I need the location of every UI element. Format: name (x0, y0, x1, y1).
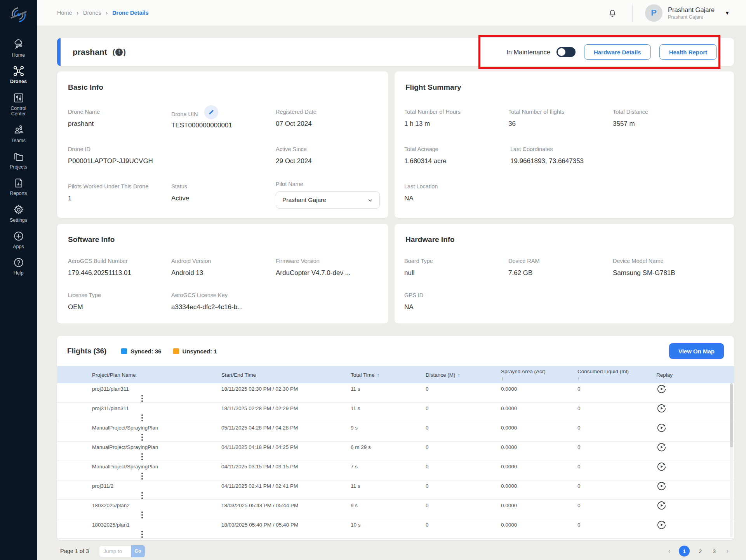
sidebar-item-home[interactable]: Home (0, 39, 37, 58)
header-actions: In Maintenance Hardware Details Health R… (506, 44, 717, 60)
table-row[interactable]: ManualProject/SprayingPlan 04/11/2025 03… (57, 461, 734, 480)
row-menu-button[interactable] (139, 434, 145, 441)
chevron-right-icon: › (77, 10, 78, 16)
replay-button[interactable] (656, 481, 667, 491)
sidebar-item-label: Home (12, 52, 25, 58)
sidebar-item-settings[interactable]: Settings (0, 204, 37, 223)
info-icon[interactable]: (!) (113, 48, 126, 57)
drone-header-card: prashant (!) In Maintenance Hardware Det… (57, 38, 734, 66)
topbar-divider (632, 4, 633, 22)
projects-icon (13, 151, 24, 162)
next-page-icon[interactable]: › (725, 547, 730, 555)
field-registered-date: Registered Date 07 Oct 2024 (276, 109, 316, 128)
sidebar-item-projects[interactable]: Projects (0, 151, 37, 170)
replay-button[interactable] (656, 403, 667, 414)
caret-down-icon[interactable]: ▼ (725, 10, 730, 16)
view-on-map-button[interactable]: View On Map (669, 343, 724, 359)
jump-to-input[interactable] (99, 545, 131, 557)
replay-button[interactable] (656, 384, 667, 394)
maintenance-label: In Maintenance (506, 49, 550, 56)
sidebar-item-label: Reports (10, 191, 27, 196)
sort-asc-icon[interactable]: ↑ (501, 376, 504, 381)
table-scrollbar[interactable] (730, 383, 733, 537)
sidebar-item-drones[interactable]: Drones (0, 65, 37, 84)
replay-button[interactable] (656, 442, 667, 452)
field-last-location: Last Location NA (404, 183, 438, 202)
sort-asc-icon[interactable]: ↑ (377, 372, 380, 378)
sidebar-nav: Home Drones Control Center (0, 39, 37, 276)
sidebar-item-apps[interactable]: Apps (0, 230, 37, 249)
avatar[interactable]: P (645, 4, 663, 22)
cell-project-plan-name: proj311/plan311 (92, 405, 221, 411)
field-gps-id: GPS ID NA (404, 292, 423, 311)
row-menu-button[interactable] (139, 492, 145, 499)
row-menu-button[interactable] (139, 511, 145, 518)
row-menu-button[interactable] (139, 414, 145, 421)
cell-distance: 0 (426, 444, 501, 450)
col-consumed-liquid[interactable]: Consumed Liquid (ml)↑ (577, 369, 656, 381)
replay-icon (656, 520, 667, 530)
prev-page-icon[interactable]: ‹ (667, 547, 672, 555)
replay-icon (656, 423, 667, 433)
cell-distance: 0 (426, 425, 501, 431)
cell-sprayed-area: 0.0000 (501, 425, 577, 431)
sidebar-item-help[interactable]: Help (0, 257, 37, 276)
replay-button[interactable] (656, 520, 667, 530)
cell-consumed-liquid: 0 (577, 444, 656, 450)
notifications-button[interactable] (607, 8, 617, 18)
cell-total-time: 9 s (351, 425, 426, 431)
sidebar-item-teams[interactable]: Teams (0, 124, 37, 143)
field-board-type: Board Type null (404, 258, 433, 277)
cell-consumed-liquid: 0 (577, 522, 656, 528)
replay-icon (656, 500, 667, 511)
user-menu[interactable]: Prashant Gajare Prashant Gajare (668, 6, 715, 20)
page-button-1[interactable]: 1 (679, 546, 690, 557)
table-row[interactable]: ManualProject/SprayingPlan 04/11/2025 04… (57, 442, 734, 461)
control-center-icon (13, 92, 24, 104)
col-total-time[interactable]: Total Time↑ (351, 372, 426, 378)
row-menu-button[interactable] (139, 453, 145, 460)
sort-asc-icon[interactable]: ↑ (458, 372, 461, 378)
sidebar-item-control-center[interactable]: Control Center (0, 92, 37, 117)
table-row[interactable]: 18032025/plan1 18/03/2025 05:40 PM / 05:… (57, 519, 734, 539)
row-menu-button[interactable] (139, 531, 145, 538)
table-row[interactable]: ManualProject/SprayingPlan 05/11/2025 04… (57, 422, 734, 442)
sidebar: Home Drones Control Center (0, 0, 37, 560)
replay-button[interactable] (656, 423, 667, 433)
cell-total-time: 10 s (351, 522, 426, 528)
col-sprayed-area[interactable]: Sprayed Area (Acr)↑ (501, 369, 577, 381)
cell-distance: 0 (426, 405, 501, 411)
breadcrumb-home[interactable]: Home (57, 10, 72, 16)
flights-table-body: proj311/plan311 18/11/2025 02:30 PM / 02… (57, 383, 734, 539)
table-row[interactable]: proj311/plan311 18/11/2025 02:30 PM / 02… (57, 383, 734, 403)
page-button-3[interactable]: 3 (711, 548, 718, 554)
sort-asc-icon[interactable]: ↑ (577, 376, 580, 381)
cell-start-end-time: 18/03/2025 05:43 PM / 05:44 PM (221, 503, 351, 508)
pencil-icon (208, 109, 214, 115)
hardware-details-button[interactable]: Hardware Details (584, 44, 651, 60)
row-menu-button[interactable] (139, 473, 145, 480)
pagination-bar: Page 1 of 3 Go ‹ 1 2 3 › (57, 543, 734, 560)
page-button-2[interactable]: 2 (697, 548, 704, 554)
pilot-name-select[interactable]: Prashant Gajare (276, 191, 380, 209)
col-distance[interactable]: Distance (M)↑ (426, 372, 501, 378)
replay-button[interactable] (656, 500, 667, 511)
maintenance-toggle[interactable] (556, 47, 576, 57)
sidebar-item-label: Projects (10, 164, 27, 170)
replay-icon (656, 461, 667, 472)
edit-uin-button[interactable] (204, 105, 218, 119)
field-pilot-name: Pilot Name Prashant Gajare (276, 181, 380, 209)
table-row[interactable]: 18032025/plan2 18/03/2025 05:43 PM / 05:… (57, 500, 734, 519)
breadcrumb-drones[interactable]: Drones (83, 10, 101, 16)
replay-button[interactable] (656, 461, 667, 472)
table-row[interactable]: proj311/2 04/11/2025 02:41 PM / 02:41 PM… (57, 480, 734, 500)
go-button[interactable]: Go (131, 545, 145, 557)
row-menu-button[interactable] (139, 395, 145, 402)
col-replay: Replay (656, 372, 734, 378)
cell-start-end-time: 04/11/2025 02:41 PM / 02:41 PM (221, 483, 351, 489)
table-row[interactable]: proj311/plan311 18/11/2025 02:28 PM / 02… (57, 403, 734, 422)
app-logo[interactable] (7, 3, 30, 26)
sidebar-item-reports[interactable]: Reports (0, 177, 37, 196)
scrollbar-thumb[interactable] (730, 383, 733, 447)
health-report-button[interactable]: Health Report (659, 44, 717, 60)
